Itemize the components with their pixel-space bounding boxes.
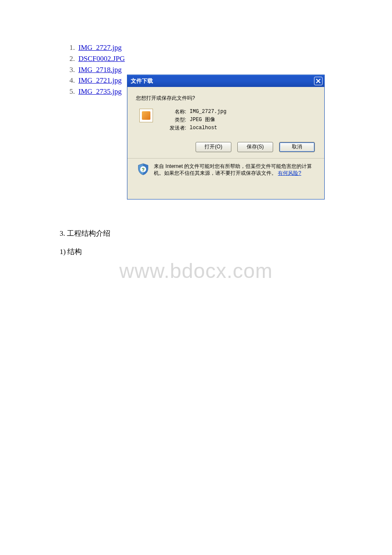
close-icon <box>316 78 321 84</box>
value-name: IMG_2727.jpg <box>190 108 226 116</box>
label-name: 名称: <box>161 108 186 116</box>
document-body-text: 3. 工程结构介绍 1) 结构 <box>60 228 110 265</box>
file-info-table: 名称: IMG_2727.jpg 类型: JPEG 图像 发送者: localh… <box>161 108 226 133</box>
dialog-titlebar[interactable]: 文件下载 <box>127 75 324 87</box>
dialog-prompt: 您想打开或保存此文件吗? <box>136 95 317 102</box>
list-item: IMG_2718.jpg <box>77 65 332 75</box>
value-sender: localhost <box>190 124 217 132</box>
list-item: IMG_2727.jpg <box>77 43 332 53</box>
warning-text: 来自 Internet 的文件可能对您有所帮助，但某些文件可能危害您的计算机。如… <box>154 163 315 176</box>
file-type-icon <box>139 109 153 122</box>
file-link[interactable]: IMG_2718.jpg <box>78 66 122 74</box>
dialog-separator <box>127 158 324 159</box>
close-button[interactable] <box>314 77 323 85</box>
open-button[interactable]: 打开(O) <box>196 142 231 152</box>
file-download-dialog: 文件下载 您想打开或保存此文件吗? 名称: IMG_2727.jpg 类型: J… <box>127 75 325 199</box>
section-heading: 3. 工程结构介绍 <box>60 228 110 238</box>
cancel-button[interactable]: 取消 <box>279 142 315 152</box>
file-link[interactable]: IMG_2727.jpg <box>78 43 122 52</box>
shield-icon: ? <box>137 163 150 176</box>
list-item: DSCF0002.JPG <box>77 54 332 64</box>
svg-text:?: ? <box>142 167 145 172</box>
dialog-body: 您想打开或保存此文件吗? 名称: IMG_2727.jpg 类型: JPEG 图… <box>127 87 324 184</box>
value-type: JPEG 图像 <box>190 116 215 124</box>
file-info-block: 名称: IMG_2727.jpg 类型: JPEG 图像 发送者: localh… <box>139 108 317 133</box>
watermark: www.bdocx.com <box>0 259 392 283</box>
security-warning: ? 来自 Internet 的文件可能对您有所帮助，但某些文件可能危害您的计算机… <box>135 163 317 178</box>
risk-link[interactable]: 有何风险? <box>278 170 301 176</box>
save-button[interactable]: 保存(S) <box>237 142 273 152</box>
dialog-button-row: 打开(O) 保存(S) 取消 <box>135 142 315 152</box>
file-link[interactable]: IMG_2735.jpg <box>78 87 122 95</box>
label-sender: 发送者: <box>161 124 186 132</box>
file-link[interactable]: IMG_2721.jpg <box>78 76 122 84</box>
file-link[interactable]: DSCF0002.JPG <box>78 55 125 63</box>
label-type: 类型: <box>161 116 186 124</box>
dialog-title: 文件下载 <box>131 77 153 85</box>
subsection-heading: 1) 结构 <box>60 247 110 257</box>
